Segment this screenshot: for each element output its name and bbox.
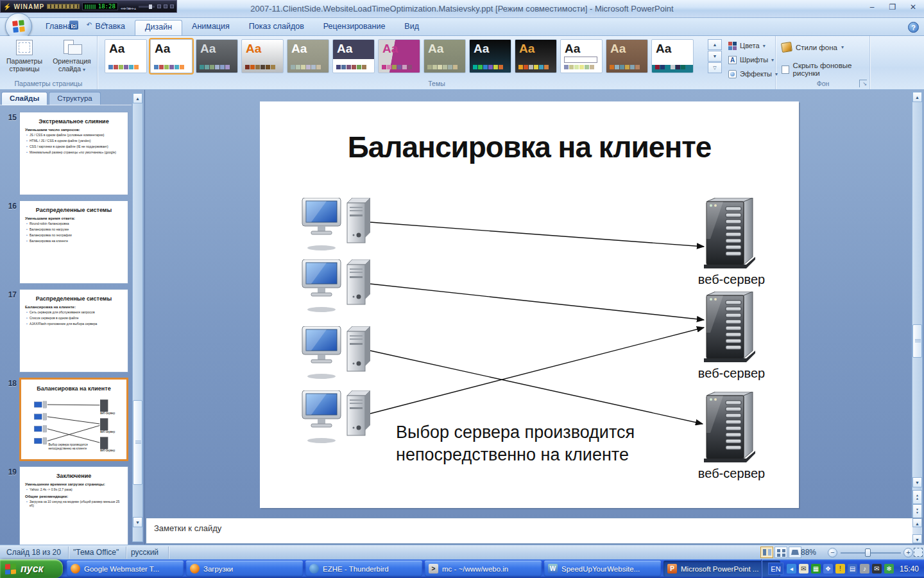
tab-slides[interactable]: Слайды <box>1 92 47 105</box>
ribbon-tab-Анимация[interactable]: Анимация <box>182 20 239 35</box>
slide-thumbnail-17[interactable]: 17Распределенные системыБалансировка на … <box>0 289 132 372</box>
scroll-up-icon[interactable]: ▲ <box>133 93 142 103</box>
theme-sample-text: Aa <box>382 42 398 55</box>
page-setup-button[interactable]: Параметры страницы <box>1 40 47 73</box>
taskbar-button-word[interactable]: WSpeedUpYourWebsite... <box>544 561 661 577</box>
ribbon-tab-Главная[interactable]: Главная <box>36 20 86 35</box>
client-computer-icon[interactable] <box>301 198 372 252</box>
help-icon[interactable]: ? <box>908 22 919 33</box>
zoom-out-icon[interactable]: − <box>828 548 837 557</box>
theme-thumbnail-12[interactable]: Aa <box>606 39 648 73</box>
taskbar-button-firefox[interactable]: Google Webmaster T... <box>67 561 184 577</box>
theme-thumbnail-6[interactable]: Aa <box>332 39 375 73</box>
scroll-up-icon[interactable]: ▲ <box>912 518 922 527</box>
hide-icon[interactable]: ◂ <box>787 564 796 574</box>
client-computer-icon[interactable] <box>301 390 372 445</box>
slide-sorter-icon[interactable] <box>774 547 787 558</box>
scrollbar-thumb[interactable] <box>912 324 922 358</box>
taskbar-button-thunderbird[interactable]: EZHE - Thunderbird <box>305 561 422 577</box>
theme-thumbnail-13[interactable]: Aa <box>651 39 694 73</box>
ribbon-tab-Вставка[interactable]: Вставка <box>86 20 135 35</box>
scroll-down-icon[interactable]: ▼ <box>133 517 142 527</box>
theme-thumbnail-11[interactable]: Aa <box>560 39 603 73</box>
colors-menu[interactable]: Цвета▾ <box>726 39 780 53</box>
scrollbar-thumb[interactable] <box>133 400 142 485</box>
hide-background-checkbox-row[interactable]: Скрыть фоновые рисунки <box>782 62 869 77</box>
next-slide-icon[interactable]: ▼▼ <box>912 504 922 518</box>
scroll-down-icon[interactable]: ▼ <box>912 534 922 543</box>
zoom-in-icon[interactable]: + <box>903 548 913 557</box>
effects-menu[interactable]: Эффекты▾ <box>726 67 780 81</box>
zoom-slider-track[interactable] <box>841 552 901 554</box>
close-icon[interactable]: ✕ <box>907 3 919 12</box>
mail-icon[interactable]: ✉ <box>799 564 809 574</box>
theme-thumbnail-4[interactable]: Aa <box>241 39 284 73</box>
fit-to-window-icon[interactable] <box>914 548 923 557</box>
theme-thumbnail-2[interactable]: Aa <box>150 39 193 73</box>
server-icon[interactable] <box>701 198 762 272</box>
minimize-icon[interactable]: – <box>866 3 878 12</box>
zoom-slider-thumb[interactable] <box>865 548 871 557</box>
thumb-title: Экстремальное слияние <box>20 118 128 125</box>
network-icon[interactable]: ❖ <box>823 564 833 574</box>
winamp-minimize-icon[interactable] <box>164 4 167 8</box>
theme-thumbnail-9[interactable]: Aa <box>469 39 511 73</box>
taskbar-button-terminal[interactable]: >mc - ~/www/webo.in <box>425 561 542 577</box>
winamp-seek-bar[interactable] <box>47 4 80 9</box>
background-styles-button[interactable]: Стили фона▾ <box>782 42 844 52</box>
server-icon[interactable] <box>701 392 762 466</box>
dialog-launcher-icon[interactable]: ↘ <box>859 80 867 87</box>
theme-thumbnail-10[interactable]: Aa <box>515 39 557 73</box>
slide-title[interactable]: Балансировка на клиенте <box>298 130 760 164</box>
themes-more-icon[interactable]: ▽ <box>708 62 722 73</box>
normal-view-icon[interactable] <box>760 547 773 558</box>
theme-thumbnail-3[interactable]: Aa <box>196 39 238 73</box>
eject-icon[interactable]: ▴ <box>134 6 136 10</box>
themes-scroll-down-icon[interactable]: ▼ <box>708 51 722 62</box>
alert-icon[interactable]: ! <box>835 564 845 574</box>
language-indicator[interactable]: EN <box>768 563 783 575</box>
scroll-up-icon[interactable]: ▲ <box>912 92 922 102</box>
ribbon-tab-Дизайн[interactable]: Дизайн <box>135 20 182 35</box>
theme-thumbnail-8[interactable]: Aa <box>424 39 466 73</box>
volume-icon[interactable]: ♪ <box>860 564 869 574</box>
canvas-scrollbar[interactable]: ▲ ▼ ▲▲ ▼▼ <box>912 91 923 518</box>
client-computer-icon[interactable] <box>301 259 372 314</box>
sidebar-scrollbar[interactable]: ▲ ▼ <box>132 92 143 542</box>
fonts-menu[interactable]: A Шрифты▾ <box>726 53 780 67</box>
taskbar-button-firefox[interactable]: Загрузки <box>186 561 303 577</box>
na-icon[interactable]: ❄ <box>884 564 894 574</box>
slide-orientation-button[interactable]: Ориентация слайда ▾ <box>49 40 95 73</box>
spam-icon[interactable]: ✉ <box>872 564 882 574</box>
theme-thumbnail-7[interactable]: Aa <box>378 39 420 73</box>
winamp-volume-slider[interactable] <box>139 6 155 8</box>
theme-thumbnail-1[interactable]: Aa <box>105 39 147 73</box>
ribbon-tab-Вид[interactable]: Вид <box>395 20 429 35</box>
winamp-shade-icon[interactable] <box>157 4 161 8</box>
winamp-close-icon[interactable] <box>170 4 174 8</box>
slide-caption[interactable]: Выбор сервера производится непосредствен… <box>396 421 635 466</box>
slide-thumbnail-18[interactable]: 18Балансировка на клиенте веб-сервервеб-… <box>0 378 132 461</box>
maximize-icon[interactable]: ❐ <box>887 3 898 12</box>
ribbon-tab-Рецензирование[interactable]: Рецензирование <box>314 20 395 35</box>
slide-canvas[interactable]: Балансировка на клиенте <box>260 101 799 508</box>
winamp-shade-bar[interactable]: ⚡ WINAMP 18:28 ◂◂▸‖■▸▸▴ <box>0 0 177 13</box>
tab-outline[interactable]: Структура <box>49 92 101 105</box>
scroll-down-icon[interactable]: ▼ <box>912 477 922 487</box>
start-button[interactable]: пуск <box>0 559 63 578</box>
notes-scrollbar[interactable]: ▲ ▼ <box>912 518 922 543</box>
theme-thumbnail-5[interactable]: Aa <box>287 39 329 73</box>
ribbon-tab-Показ слайдов[interactable]: Показ слайдов <box>239 20 314 35</box>
previous-slide-icon[interactable]: ▲▲ <box>912 490 922 504</box>
updates-icon[interactable]: ▤ <box>848 564 857 574</box>
grid-icon[interactable]: ▦ <box>811 564 821 574</box>
notes-pane[interactable]: Заметки к слайду ▲ ▼ <box>146 518 923 544</box>
slideshow-icon[interactable] <box>789 547 801 558</box>
slide-thumbnail-16[interactable]: 16Распределенные системыУменьшаем время … <box>0 200 132 284</box>
server-icon[interactable] <box>701 292 762 365</box>
slide-thumbnail-15[interactable]: 15Экстремальное слияниеУменьшаем число з… <box>0 112 132 195</box>
client-computer-icon[interactable] <box>301 326 372 381</box>
slide-thumbnail-19[interactable]: 19ЗаключениеУменьшение времени загрузки … <box>0 466 132 545</box>
checkbox-icon[interactable] <box>782 66 789 74</box>
themes-scroll-up-icon[interactable]: ▲ <box>708 39 722 50</box>
